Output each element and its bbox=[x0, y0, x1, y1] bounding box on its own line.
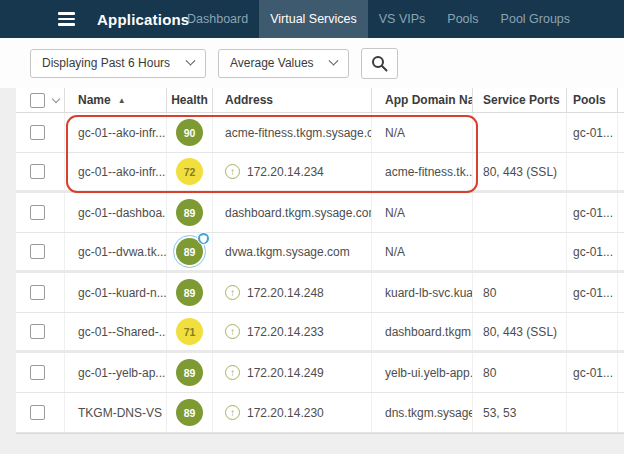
pools-link[interactable] bbox=[567, 393, 618, 432]
virtual-services-table: Name ▲ Health Address App Domain Na... S… bbox=[16, 88, 624, 434]
address-text: dashboard.tkgm.sysage.com bbox=[225, 206, 372, 220]
chevron-down-icon bbox=[186, 55, 196, 65]
up-arrow-icon: ↑ bbox=[225, 405, 240, 420]
pools-link[interactable]: gc-01... bbox=[567, 273, 618, 312]
app-domain-text: dashboard.tkgm... bbox=[372, 313, 473, 350]
app-domain-text: N/A bbox=[372, 193, 473, 232]
vs-name[interactable]: gc-01--dvwa.tk... bbox=[65, 233, 167, 270]
health-score-badge[interactable]: 71 bbox=[176, 318, 203, 345]
header-address[interactable]: Address bbox=[213, 88, 372, 112]
app-domain-text: yelb-ui.yelb-app... bbox=[372, 353, 473, 392]
table-row[interactable]: gc-01--ako-infr... 90 acme-fitness.tkgm.… bbox=[16, 113, 624, 153]
search-button[interactable] bbox=[361, 48, 398, 79]
vs-name[interactable]: gc-01--yelb-ap... bbox=[65, 353, 167, 392]
waf-shield-icon bbox=[197, 232, 210, 245]
table-region: Name ▲ Health Address App Domain Na... S… bbox=[0, 88, 624, 454]
vs-name[interactable]: gc-01--ako-infr... bbox=[65, 153, 167, 190]
header-select-cell bbox=[16, 88, 65, 112]
table-row[interactable]: gc-01--ako-infr... 72 ↑172.20.14.234 acm… bbox=[16, 153, 624, 193]
menu-icon[interactable] bbox=[58, 12, 75, 26]
table-header-row: Name ▲ Health Address App Domain Na... S… bbox=[16, 88, 624, 113]
vs-name[interactable]: TKGM-DNS-VS bbox=[65, 393, 167, 432]
metric-dropdown[interactable]: Average Values bbox=[218, 49, 349, 78]
header-app-domain[interactable]: App Domain Na... bbox=[372, 88, 473, 112]
row-checkbox[interactable] bbox=[30, 405, 45, 420]
address-text: 172.20.14.248 bbox=[247, 286, 324, 300]
row-checkbox[interactable] bbox=[30, 125, 45, 140]
table-row[interactable]: gc-01--dashboa... 89 dashboard.tkgm.sysa… bbox=[16, 193, 624, 233]
address-text: dvwa.tkgm.sysage.com bbox=[225, 245, 350, 259]
header-health[interactable]: Health bbox=[167, 88, 213, 112]
vs-name[interactable]: gc-01--ako-infr... bbox=[65, 113, 167, 152]
pools-link[interactable]: gc-01... bbox=[567, 353, 618, 392]
header-pools[interactable]: Pools bbox=[567, 88, 618, 112]
service-ports-text: 80, 443 (SSL) bbox=[473, 153, 567, 190]
address-text: 172.20.14.230 bbox=[247, 406, 324, 420]
health-score-badge[interactable]: 89 bbox=[176, 399, 203, 426]
up-arrow-icon: ↑ bbox=[225, 324, 240, 339]
pools-link[interactable] bbox=[567, 313, 618, 350]
pools-link[interactable]: gc-01... bbox=[567, 113, 618, 152]
app-domain-text: kuard-lb-svc.kua... bbox=[372, 273, 473, 312]
health-score-badge[interactable]: 72 bbox=[176, 158, 203, 185]
tab-pools[interactable]: Pools bbox=[436, 0, 489, 38]
nav-tabs: Dashboard Virtual Services VS VIPs Pools… bbox=[176, 0, 581, 38]
metric-value: Average Values bbox=[230, 56, 314, 70]
up-arrow-icon: ↑ bbox=[225, 164, 240, 179]
app-domain-text: dns.tkgm.sysage... bbox=[372, 393, 473, 432]
service-ports-text: 80 bbox=[473, 273, 567, 312]
header-service-ports[interactable]: Service Ports bbox=[473, 88, 567, 112]
app-domain-text: N/A bbox=[372, 233, 473, 270]
health-score-badge[interactable]: 89 bbox=[176, 199, 203, 226]
health-score-badge[interactable]: 89 bbox=[176, 359, 203, 386]
select-menu-chevron-icon[interactable] bbox=[52, 94, 60, 102]
address-text: acme-fitness.tkgm.sysage.com bbox=[225, 126, 372, 140]
pools-link[interactable] bbox=[567, 153, 618, 190]
filter-bar: Displaying Past 6 Hours Average Values bbox=[0, 38, 624, 88]
top-navigation-bar: Applications Dashboard Virtual Services … bbox=[0, 0, 624, 38]
search-icon bbox=[371, 55, 388, 72]
service-ports-text: 53, 53 bbox=[473, 393, 567, 432]
app-domain-text: N/A bbox=[372, 113, 473, 152]
row-checkbox[interactable] bbox=[30, 285, 45, 300]
table-row[interactable]: TKGM-DNS-VS 89 ↑172.20.14.230 dns.tkgm.s… bbox=[16, 393, 624, 433]
row-checkbox[interactable] bbox=[30, 244, 45, 259]
tab-dashboard[interactable]: Dashboard bbox=[176, 0, 259, 38]
table-row[interactable]: gc-01--yelb-ap... 89 ↑172.20.14.249 yelb… bbox=[16, 353, 624, 393]
select-all-checkbox[interactable] bbox=[30, 93, 45, 108]
tab-virtual-services[interactable]: Virtual Services bbox=[259, 0, 368, 38]
table-row[interactable]: gc-01--dvwa.tk... 89 dvwa.tkgm.sysage.co… bbox=[16, 233, 624, 273]
header-name[interactable]: Name ▲ bbox=[65, 88, 167, 112]
tab-vs-vips[interactable]: VS VIPs bbox=[368, 0, 437, 38]
vs-name[interactable]: gc-01--Shared-... bbox=[65, 313, 167, 350]
up-arrow-icon: ↑ bbox=[225, 285, 240, 300]
pools-link[interactable]: gc-01... bbox=[567, 193, 618, 232]
time-range-dropdown[interactable]: Displaying Past 6 Hours bbox=[30, 49, 206, 78]
vs-name[interactable]: gc-01--dashboa... bbox=[65, 193, 167, 232]
chevron-down-icon bbox=[329, 55, 339, 65]
table-row[interactable]: gc-01--Shared-... 71 ↑172.20.14.233 dash… bbox=[16, 313, 624, 353]
up-arrow-icon: ↑ bbox=[225, 365, 240, 380]
service-ports-text: 80 bbox=[473, 353, 567, 392]
service-ports-text bbox=[473, 233, 567, 270]
health-score-badge[interactable]: 90 bbox=[176, 119, 203, 146]
row-checkbox[interactable] bbox=[30, 164, 45, 179]
sort-asc-icon[interactable]: ▲ bbox=[118, 96, 126, 105]
time-range-value: Displaying Past 6 Hours bbox=[42, 56, 170, 70]
address-text: 172.20.14.233 bbox=[247, 325, 324, 339]
service-ports-text bbox=[473, 113, 567, 152]
address-text: 172.20.14.249 bbox=[247, 366, 324, 380]
row-checkbox[interactable] bbox=[30, 324, 45, 339]
service-ports-text: 80, 443 (SSL) bbox=[473, 313, 567, 350]
table-row[interactable]: gc-01--kuard-n... 89 ↑172.20.14.248 kuar… bbox=[16, 273, 624, 313]
vs-name[interactable]: gc-01--kuard-n... bbox=[65, 273, 167, 312]
row-checkbox[interactable] bbox=[30, 205, 45, 220]
row-checkbox[interactable] bbox=[30, 365, 45, 380]
tab-pool-groups[interactable]: Pool Groups bbox=[490, 0, 581, 38]
address-text: 172.20.14.234 bbox=[247, 165, 324, 179]
app-domain-text: acme-fitness.tk... bbox=[372, 153, 473, 190]
waf-ring: 89 bbox=[173, 235, 206, 268]
service-ports-text bbox=[473, 193, 567, 232]
pools-link[interactable]: gc-01... bbox=[567, 233, 618, 270]
health-score-badge[interactable]: 89 bbox=[176, 279, 203, 306]
